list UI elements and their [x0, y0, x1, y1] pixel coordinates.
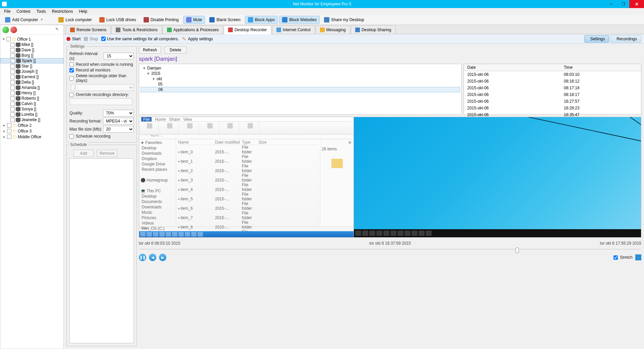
menu-help[interactable]: Help [76, 8, 90, 14]
computers-tree[interactable]: ▾🗀Office 1 Mike [] Dave [] Borg [] Spark… [0, 35, 63, 349]
tab-internet[interactable]: Internet Control [272, 26, 315, 34]
tree-user[interactable]: Roberto [] [0, 96, 63, 101]
quality-select[interactable]: 70% [103, 110, 134, 116]
col-time[interactable]: Time [560, 64, 641, 71]
preview-primary-monitor[interactable]: FileHomeShareView ← → ↑ [139, 117, 354, 237]
override-dir-checkbox[interactable]: Override recordings directory: [69, 92, 134, 97]
rec-tree-root[interactable]: Damjan [147, 66, 161, 70]
maxfs-select[interactable]: 20 [103, 126, 134, 133]
tree-user[interactable]: Henry [] [0, 90, 63, 96]
share-desktop-button[interactable]: Share my Desktop [321, 16, 367, 24]
table-row[interactable]: 2015-okt-0616:27:57 [464, 98, 641, 105]
menubar: File Context Tools Restrictions Help [0, 8, 644, 15]
step-back-button[interactable]: ◀ [149, 254, 156, 261]
tree-user[interactable]: Jeanette [] [0, 117, 63, 122]
record-all-monitors-checkbox[interactable]: Record all monitors [69, 68, 134, 72]
recordings-table[interactable]: Date Time 2015-okt-0608:03:102015-okt-06… [464, 64, 641, 115]
internet-icon [276, 28, 281, 32]
delete-days-select[interactable]: 2 [71, 84, 134, 91]
tab-messaging[interactable]: Messaging [316, 26, 350, 34]
tree-root[interactable]: ▾🗀Office 1 [0, 36, 63, 42]
tree-user[interactable]: Dave [] [0, 47, 63, 53]
preview-secondary-monitor[interactable] [354, 117, 641, 237]
main: ✎ ▾🗀Office 1 Mike [] Dave [] Borg [] Spa… [0, 25, 644, 349]
recording-tree[interactable]: ▾Damjan ▾2015 ▾okt 05 06 [139, 64, 462, 115]
tree-user[interactable]: Joseph [] [0, 69, 63, 74]
window-controls [605, 0, 644, 8]
tab-tools[interactable]: Tools & Restrictions [111, 26, 162, 34]
record-console-checkbox[interactable]: Record when console is running [69, 62, 134, 67]
interval-select[interactable]: 15 [104, 53, 134, 59]
lock-usb-button[interactable]: Lock USB drives [96, 16, 139, 24]
same-settings-checkbox[interactable]: Use the same settings for all computers. [101, 37, 179, 41]
tab-desktop-sharing[interactable]: Desktop Sharing [351, 26, 396, 34]
block-websites-button[interactable]: Block Websites [279, 16, 320, 24]
tab-remote-screens[interactable]: Remote Screens [66, 26, 111, 34]
start-recording-button[interactable]: Start [66, 37, 80, 41]
play-pause-button[interactable]: ❚❚ [139, 254, 146, 261]
tab-recorder[interactable]: Desktop Recorder [224, 26, 271, 34]
table-row[interactable]: 2015-okt-0608:03:10 [464, 71, 641, 78]
col-date[interactable]: Date [464, 64, 560, 71]
stop-recording-button[interactable]: Stop [84, 37, 98, 41]
rec-tree-year[interactable]: 2015 [151, 71, 160, 76]
apply-settings-button[interactable]: ✎Apply settings [182, 36, 213, 42]
table-row[interactable]: 2015-okt-0608:17:18 [464, 85, 641, 91]
tab-apps[interactable]: Applications & Processes [163, 26, 223, 34]
lock-computer-button[interactable]: Lock computer [55, 16, 95, 24]
schedule-remove-button[interactable]: Remove [97, 150, 117, 157]
refresh-button[interactable]: Refresh [139, 46, 161, 54]
tree-group[interactable]: ▸🗀Office 2 [0, 122, 63, 128]
close-button[interactable] [629, 0, 644, 8]
timeline-handle[interactable] [516, 248, 519, 253]
tree-user[interactable]: Star [] [0, 63, 63, 69]
maximize-button[interactable] [617, 0, 629, 8]
minimize-button[interactable] [605, 0, 617, 8]
delete-button[interactable]: Delete [164, 46, 186, 54]
tree-user[interactable]: Borg [] [0, 53, 63, 58]
tree-user[interactable]: Della [] [0, 80, 63, 85]
menu-tools[interactable]: Tools [34, 8, 49, 14]
tree-user[interactable]: Mike [] [0, 42, 63, 47]
mute-button[interactable]: Mute [183, 16, 205, 24]
format-select[interactable]: MPEG4 - video [103, 118, 134, 124]
blank-screen-button[interactable]: Blank Screen [206, 16, 243, 24]
tree-group[interactable]: ▸🗀Office 3 [0, 128, 63, 134]
tree-group[interactable]: ▸🗀Middle Office [0, 134, 63, 140]
add-computer-button[interactable]: Add Computer▼ [2, 16, 46, 24]
printer-icon [144, 17, 149, 22]
tree-user[interactable]: Earnest [] [0, 74, 63, 80]
schedule-list[interactable] [69, 158, 134, 343]
directory-input[interactable] [69, 98, 132, 105]
rec-tree-day[interactable]: 05 [141, 82, 460, 87]
reject-icon[interactable] [10, 27, 17, 33]
tree-user[interactable]: Amanda [] [0, 85, 63, 90]
tree-root-label: Office 1 [17, 37, 31, 42]
rec-tree-day-selected[interactable]: 06 [141, 87, 460, 92]
table-row[interactable]: 2015-okt-0616:28:23 [464, 105, 641, 111]
tree-user[interactable]: Calvin [] [0, 101, 63, 106]
edit-icon[interactable]: ✎ [55, 27, 61, 33]
tree-user[interactable]: Sonya [] [0, 106, 63, 112]
rec-tree-month[interactable]: okt [157, 77, 162, 81]
tree-user-selected[interactable]: Spark [] [0, 58, 63, 63]
mute-label: Mute [193, 17, 202, 22]
table-row[interactable]: 2015-okt-0608:18:17 [464, 91, 641, 98]
block-apps-button[interactable]: Block Apps [245, 16, 278, 24]
stretch-checkbox[interactable]: Stretch [613, 255, 633, 260]
table-row[interactable]: 2015-okt-0608:16:12 [464, 78, 641, 85]
menu-restrictions[interactable]: Restrictions [49, 8, 76, 14]
accept-icon[interactable] [2, 27, 9, 33]
recordings-button[interactable]: Recordings [610, 35, 641, 43]
settings-button[interactable]: Settings [584, 35, 609, 43]
step-forward-button[interactable]: ▶ [159, 254, 166, 261]
delete-older-checkbox[interactable]: Delete recordings older than (days): [69, 73, 134, 83]
fullscreen-icon[interactable] [635, 254, 641, 260]
tree-user[interactable]: Loretta [] [0, 112, 63, 117]
timeline-track[interactable] [140, 248, 641, 251]
schedule-recording-checkbox[interactable]: Schedule recording [69, 134, 134, 139]
schedule-add-button[interactable]: Add [73, 150, 94, 157]
disable-printing-button[interactable]: Disable Printing [141, 16, 182, 24]
menu-context[interactable]: Context [14, 8, 33, 14]
menu-file[interactable]: File [1, 8, 13, 14]
